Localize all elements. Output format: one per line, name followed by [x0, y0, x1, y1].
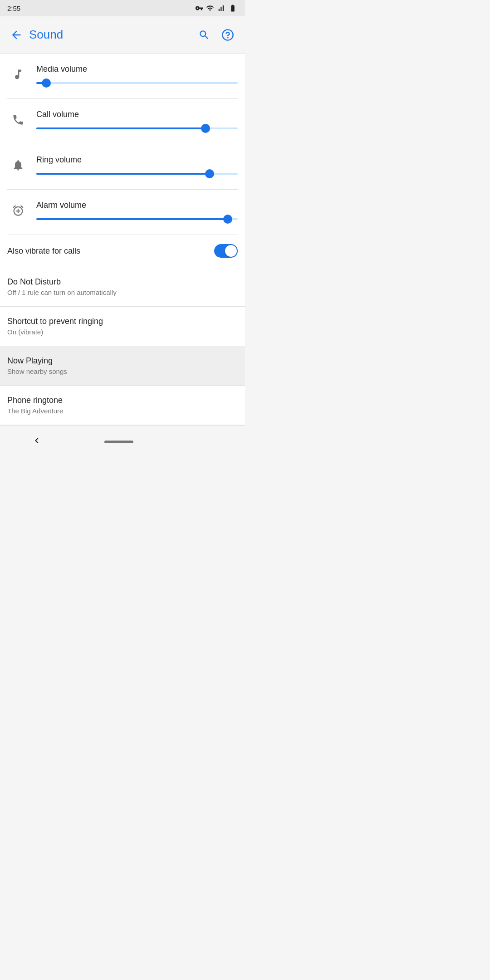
ring-volume-control: Ring volume [36, 155, 238, 178]
shortcut-prevent-ringing-item[interactable]: Shortcut to prevent ringing On (vibrate) [0, 307, 245, 346]
battery-icon [228, 4, 238, 12]
status-time: 2:55 [7, 5, 20, 12]
nav-home-indicator[interactable] [104, 441, 133, 443]
phone-ringtone-title: Phone ringtone [7, 396, 238, 405]
alarm-volume-section: Alarm volume [0, 190, 245, 235]
page-title: Sound [29, 28, 194, 42]
signal-icon [217, 4, 225, 12]
do-not-disturb-item[interactable]: Do Not Disturb Off / 1 rule can turn on … [0, 267, 245, 307]
phone-ringtone-item[interactable]: Phone ringtone The Big Adventure [0, 386, 245, 425]
call-volume-section: Call volume [0, 99, 245, 144]
status-icons [195, 4, 238, 12]
music-note-icon [7, 68, 29, 81]
wifi-icon [206, 4, 214, 12]
media-volume-control: Media volume [36, 64, 238, 88]
now-playing-title: Now Playing [7, 356, 238, 366]
nav-back-button[interactable] [31, 435, 42, 448]
app-bar: Sound [0, 16, 245, 54]
ring-volume-slider[interactable] [36, 169, 238, 178]
vibrate-for-calls-toggle[interactable] [214, 244, 238, 258]
search-button[interactable] [194, 25, 214, 45]
svg-point-1 [227, 37, 228, 38]
call-volume-slider[interactable] [36, 124, 238, 133]
phone-ringtone-subtitle: The Big Adventure [7, 407, 238, 415]
nav-bar [0, 425, 245, 458]
settings-content: Media volume Call volume [0, 54, 245, 425]
shortcut-prevent-ringing-title: Shortcut to prevent ringing [7, 317, 238, 326]
shortcut-prevent-ringing-subtitle: On (vibrate) [7, 328, 238, 336]
bell-icon [7, 159, 29, 172]
app-bar-actions [194, 25, 238, 45]
back-button[interactable] [7, 26, 25, 44]
do-not-disturb-subtitle: Off / 1 rule can turn on automatically [7, 289, 238, 296]
vibrate-for-calls-row[interactable]: Also vibrate for calls [0, 235, 245, 267]
alarm-clock-icon [7, 204, 29, 217]
vibrate-for-calls-label: Also vibrate for calls [7, 246, 214, 256]
key-icon [195, 4, 203, 12]
status-bar: 2:55 [0, 0, 245, 16]
help-button[interactable] [218, 25, 238, 45]
media-volume-label: Media volume [36, 64, 238, 74]
call-volume-label: Call volume [36, 110, 238, 119]
do-not-disturb-title: Do Not Disturb [7, 277, 238, 287]
now-playing-subtitle: Show nearby songs [7, 368, 238, 375]
media-volume-section: Media volume [0, 54, 245, 98]
phone-icon [7, 113, 29, 126]
ring-volume-section: Ring volume [0, 144, 245, 189]
now-playing-item[interactable]: Now Playing Show nearby songs [0, 346, 245, 386]
call-volume-control: Call volume [36, 110, 238, 133]
ring-volume-label: Ring volume [36, 155, 238, 165]
alarm-volume-label: Alarm volume [36, 201, 238, 210]
alarm-volume-slider[interactable] [36, 215, 238, 224]
alarm-volume-control: Alarm volume [36, 201, 238, 224]
media-volume-slider[interactable] [36, 78, 238, 88]
